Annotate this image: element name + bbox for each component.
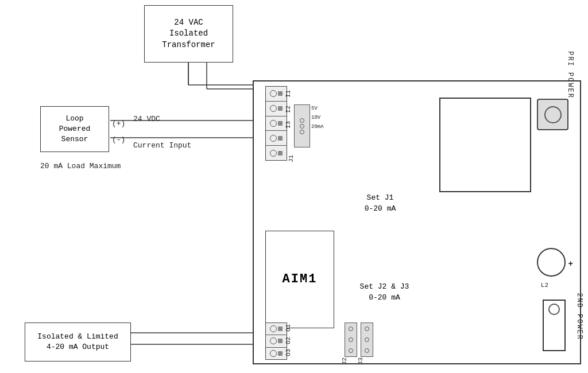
aim1-label: AIM1 bbox=[283, 271, 318, 289]
set-j23-label: Set J2 & J3 0-20 mA bbox=[360, 282, 409, 302]
load-max-label: 20 mA Load Maximum bbox=[40, 162, 121, 170]
j1-pcb-label: J1 bbox=[288, 155, 295, 162]
i1-label: I1 bbox=[285, 90, 292, 98]
j2-label: J2 bbox=[341, 358, 348, 365]
diagram: 24 VAC Isolated Transformer Loop Powered… bbox=[0, 0, 588, 373]
i3-label: I3 bbox=[285, 121, 292, 129]
isolated-output-box: Isolated & Limited 4-20 mA Output bbox=[25, 323, 131, 362]
j3-jumper-block bbox=[361, 323, 373, 357]
o2-label: O2 bbox=[285, 337, 292, 344]
set-j1-box: Set J1 0-20 mA bbox=[343, 188, 417, 219]
transformer-label: 24 VAC Isolated Transformer bbox=[162, 17, 215, 51]
o1-label: O1 bbox=[285, 324, 292, 332]
plus-label: (+) bbox=[112, 119, 125, 128]
power-circle-component bbox=[537, 248, 566, 277]
set-j1-label: Set J1 0-20 mA bbox=[365, 193, 396, 213]
pri-power-label: PRI POWER bbox=[566, 51, 574, 99]
isolated-label: Isolated & Limited 4-20 mA Output bbox=[37, 332, 118, 352]
pcb-board: 24VAC bbox=[253, 80, 581, 364]
pri-power-rect bbox=[439, 98, 531, 192]
set-j23-box: Set J2 & J3 0-20 mA bbox=[343, 277, 426, 308]
top-terminal-block bbox=[265, 86, 287, 161]
vdc-label: 24 VDC bbox=[133, 115, 160, 123]
sensor-label: Loop Powered Sensor bbox=[59, 114, 91, 145]
o3-label: O3 bbox=[285, 349, 292, 356]
nd-power-label: 2ND POWER bbox=[575, 293, 583, 340]
minus-label: (-) bbox=[112, 135, 125, 144]
jumper-10v-label: 10V bbox=[311, 115, 320, 121]
j3-label: J3 bbox=[357, 358, 364, 365]
bottom-terminal-block bbox=[265, 323, 287, 360]
plus-sign: + bbox=[568, 259, 573, 269]
jumper-block-j1 bbox=[294, 104, 310, 147]
l2-label: L2 bbox=[541, 282, 548, 289]
j2-jumper-block bbox=[345, 323, 357, 357]
current-input-label: Current Input bbox=[133, 141, 191, 150]
power-rect-component bbox=[543, 300, 566, 351]
jumper-20ma-label: 20mA bbox=[311, 124, 324, 130]
aim1-chip: AIM1 bbox=[265, 231, 334, 328]
transformer-box: 24 VAC Isolated Transformer bbox=[144, 5, 233, 63]
i2-label: I2 bbox=[285, 106, 292, 113]
jumper-5v-label: 5V bbox=[311, 106, 318, 111]
sensor-box: Loop Powered Sensor bbox=[40, 106, 109, 152]
transformer-component bbox=[537, 99, 568, 130]
